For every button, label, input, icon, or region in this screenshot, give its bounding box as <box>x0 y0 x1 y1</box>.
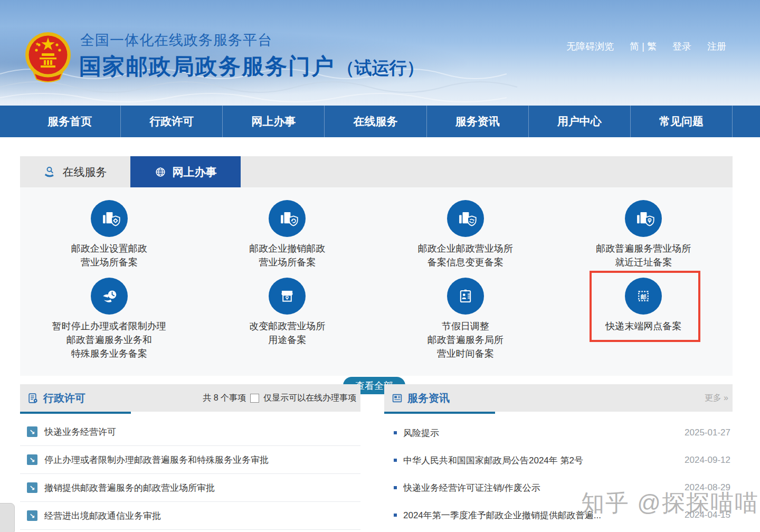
newspaper-icon <box>392 393 403 404</box>
service-label: 暂时停止办理或者限制办理邮政普遍服务业务和特殊服务业务备案 <box>52 319 166 360</box>
floating-side-widget[interactable] <box>0 503 15 532</box>
main-navbar: 服务首页 行政许可 网上办事 在线服务 服务资讯 用户中心 常见问题 <box>0 106 760 137</box>
login-link[interactable]: 登录 <box>672 40 691 53</box>
hand-clock-icon <box>98 284 121 308</box>
portal-title: 国家邮政局政务服务门户 <box>79 54 335 79</box>
nav-item-faq[interactable]: 常见问题 <box>631 106 733 137</box>
bullet-icon <box>394 486 397 489</box>
service-label: 邮政企业设置邮政营业场所备案 <box>71 242 147 269</box>
service-item-info-change[interactable]: 邮政企业邮政营业场所备案信息变更备案 <box>376 200 555 269</box>
admin-license-panel-header: 行政许可 共 8 个事项 仅显示可以在线办理事项 <box>20 384 360 412</box>
news-item[interactable]: 风险提示 2025-01-27 <box>384 419 733 446</box>
services-grid-area: 邮政企业设置邮政营业场所备案 邮政企业撤销邮政营业场所备案 <box>20 187 733 376</box>
list-item[interactable]: ↘ 快递业务经营许可 <box>20 418 360 446</box>
accessibility-link[interactable]: 无障碍浏览 <box>566 40 614 53</box>
page: 全国一体化在线政务服务平台 国家邮政局政务服务门户 （试运行） 无障碍浏览 简 … <box>0 0 760 532</box>
service-label: 邮政企业邮政营业场所备案信息变更备案 <box>418 242 513 269</box>
service-item-courier-terminal-outlet[interactable]: 邮 快递末端网点备案 <box>555 278 733 360</box>
globe-icon <box>155 166 166 178</box>
portal-title-suffix: （试运行） <box>337 58 424 78</box>
service-news-panel-header: 服务资讯 更多 » <box>384 384 733 412</box>
service-label: 节假日调整邮政普遍服务局所营业时间备案 <box>428 319 504 360</box>
register-link[interactable]: 注册 <box>707 40 726 53</box>
arrow-down-right-icon: ↘ <box>27 482 37 493</box>
list-item[interactable]: ↘ 经营进出境邮政通信业务审批 <box>20 502 360 530</box>
tab-label: 在线服务 <box>63 165 107 179</box>
arrow-down-right-icon: ↘ <box>27 510 37 521</box>
services-section: 在线服务 网上办事 <box>20 156 733 376</box>
service-item-suspend-services[interactable]: 暂时停止办理或者限制办理邮政普遍服务业务和特殊服务业务备案 <box>20 278 198 360</box>
online-only-checkbox[interactable] <box>250 394 259 403</box>
service-label: 快递末端网点备案 <box>605 319 681 333</box>
nav-item-home[interactable]: 服务首页 <box>19 106 121 137</box>
buildings-shield-pin-icon <box>632 207 655 230</box>
bullet-icon <box>394 514 397 517</box>
hand-service-icon <box>44 166 56 178</box>
svg-text:邮: 邮 <box>641 293 647 300</box>
platform-subtitle: 全国一体化在线政务服务平台 <box>80 31 272 50</box>
arrow-down-right-icon: ↘ <box>27 426 37 437</box>
service-item-setup-premises[interactable]: 邮政企业设置邮政营业场所备案 <box>20 200 198 269</box>
service-item-change-use[interactable]: 改变邮政营业场所用途备案 <box>198 278 377 360</box>
service-label: 邮政普遍服务营业场所就近迁址备案 <box>596 242 691 269</box>
news-item[interactable]: 中华人民共和国国家邮政局公告2024年 第2号 2024-09-12 <box>384 446 733 474</box>
arrow-down-right-icon: ↘ <box>27 454 37 465</box>
service-item-revoke-premises[interactable]: 邮政企业撤销邮政营业场所备案 <box>198 200 377 269</box>
storefront-pin-icon <box>276 284 299 308</box>
admin-license-panel: 行政许可 共 8 个事项 仅显示可以在线办理事项 ↘ 快递业务经营许可 ↘ 停止… <box>20 384 360 530</box>
admin-license-list: ↘ 快递业务经营许可 ↘ 停止办理或者限制办理邮政普遍服务和特殊服务业务审批 ↘… <box>20 414 360 530</box>
service-item-holiday-hours[interactable]: 节假日调整邮政普遍服务局所营业时间备案 <box>376 278 555 360</box>
tab-label: 网上办事 <box>173 165 217 179</box>
buildings-shield-refresh-icon <box>454 207 477 230</box>
national-emblem-logo <box>24 27 72 84</box>
tab-online-service[interactable]: 在线服务 <box>20 156 130 187</box>
tab-web-affairs[interactable]: 网上办事 <box>130 156 241 187</box>
service-label: 改变邮政营业场所用途备案 <box>249 319 325 347</box>
list-item[interactable]: ↘ 停止办理或者限制办理邮政普遍服务和特殊服务业务审批 <box>20 446 360 474</box>
bullet-icon <box>394 431 397 434</box>
nav-item-service-news[interactable]: 服务资讯 <box>427 106 529 137</box>
nav-item-online-affairs[interactable]: 网上办事 <box>223 106 325 137</box>
service-label: 邮政企业撤销邮政营业场所备案 <box>249 242 325 269</box>
list-item[interactable]: ↘ 撤销提供邮政普遍服务的邮政营业场所审批 <box>20 474 360 502</box>
document-license-icon <box>27 393 39 404</box>
nav-item-online-service[interactable]: 在线服务 <box>325 106 426 137</box>
buildings-shield-undo-icon <box>276 207 299 230</box>
post-stamp-icon: 邮 <box>632 284 655 308</box>
online-only-label: 仅显示可以在线办理事项 <box>263 393 356 404</box>
bullet-icon <box>394 459 397 462</box>
nav-item-admin-license[interactable]: 行政许可 <box>121 106 223 137</box>
news-date: 2024-09-12 <box>685 455 730 466</box>
id-badge-icon <box>454 284 477 308</box>
site-header: 全国一体化在线政务服务平台 国家邮政局政务服务门户 （试运行） 无障碍浏览 简 … <box>0 0 760 106</box>
header-links: 无障碍浏览 简 | 繁 登录 注册 <box>566 40 726 53</box>
language-switch-link[interactable]: 简 | 繁 <box>630 40 657 53</box>
panel-title: 服务资讯 <box>407 391 450 405</box>
tab-strip: 在线服务 网上办事 <box>20 156 733 187</box>
item-count-text: 共 8 个事项 <box>203 393 246 404</box>
more-link[interactable]: 更多 » <box>705 393 728 404</box>
service-item-relocation[interactable]: 邮政普遍服务营业场所就近迁址备案 <box>555 200 733 269</box>
panel-title: 行政许可 <box>43 391 86 405</box>
buildings-shield-gear-icon <box>98 207 121 230</box>
news-date: 2025-01-27 <box>685 428 730 438</box>
watermark: 知乎 @探探喵喵 <box>581 488 759 519</box>
nav-item-user-center[interactable]: 用户中心 <box>529 106 631 137</box>
